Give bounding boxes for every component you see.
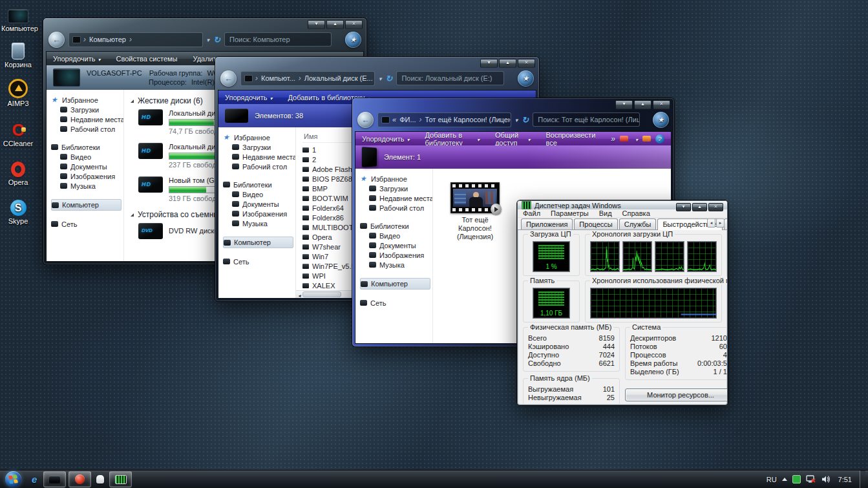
sidebar-item-libraries[interactable]: Библиотеки: [223, 180, 295, 189]
search-input[interactable]: Поиск: Компьютер: [224, 32, 332, 47]
sidebar-item-downloads[interactable]: Загрузки: [223, 142, 295, 152]
show-hidden-icons-button[interactable]: [782, 478, 787, 481]
resource-monitor-button[interactable]: Монитор ресурсов...: [625, 388, 728, 401]
refresh-icon[interactable]: [386, 74, 393, 83]
favorites-button[interactable]: [518, 70, 534, 87]
sidebar-item-downloads[interactable]: Загрузки: [360, 184, 432, 193]
scrollbar-thumb[interactable]: [302, 292, 341, 297]
search-input[interactable]: Поиск: Тот ещё Карлосон! (Лиценз...: [533, 112, 639, 127]
menu-view[interactable]: Вид: [599, 209, 612, 217]
tab-applications[interactable]: Приложения: [521, 218, 573, 229]
breadcrumb[interactable]: ФИ... Тот ещё Карлосон! (Лицень...: [377, 112, 511, 127]
breadcrumb[interactable]: Компьютер: [69, 32, 203, 47]
tab-scroll-left[interactable]: ◂: [707, 218, 715, 228]
menu-file[interactable]: Файл: [523, 209, 540, 217]
minimize-button[interactable]: [615, 100, 633, 109]
minimize-button[interactable]: [308, 20, 325, 29]
sidebar-item-pictures[interactable]: Изображения: [51, 171, 123, 181]
favorites-button[interactable]: [653, 112, 669, 128]
chevron-down-icon[interactable]: [379, 74, 382, 82]
sidebar-item-libraries[interactable]: Библиотеки: [360, 221, 432, 231]
desktop-icon-skype[interactable]: Skype: [1, 196, 35, 225]
maximize-button[interactable]: [634, 100, 651, 109]
start-button[interactable]: [5, 471, 21, 487]
sidebar-item-favorites[interactable]: Избранное: [360, 174, 432, 184]
sidebar-item-pictures[interactable]: Изображения: [223, 209, 295, 218]
sidebar-item-documents[interactable]: Документы: [223, 199, 295, 209]
close-button[interactable]: [653, 100, 670, 109]
organize-menu-button[interactable]: Упорядочить: [225, 94, 272, 101]
close-button[interactable]: [708, 203, 723, 211]
chevron-down-icon[interactable]: [515, 116, 518, 123]
close-button[interactable]: [345, 20, 363, 29]
tab-network[interactable]: Сеть: [724, 218, 728, 229]
sidebar-item-desktop[interactable]: Рабочий стол: [223, 162, 295, 171]
close-button[interactable]: [518, 59, 535, 68]
desktop-icon-aimp3[interactable]: AIMP3: [1, 79, 35, 107]
titlebar[interactable]: [43, 18, 366, 28]
show-desktop-button[interactable]: [860, 471, 865, 488]
sidebar-item-music[interactable]: Музыка: [51, 181, 123, 191]
maximize-button[interactable]: [326, 20, 344, 29]
burn-icon[interactable]: [642, 136, 651, 142]
sidebar-item-recent[interactable]: Недавние места: [51, 114, 123, 124]
back-button[interactable]: [48, 32, 65, 48]
explorer-taskbar-button[interactable]: [43, 471, 66, 487]
sidebar-item-video[interactable]: Видео: [223, 189, 295, 199]
scroll-left-arrow-icon[interactable]: [296, 291, 302, 299]
back-button[interactable]: [357, 112, 374, 128]
tab-services[interactable]: Службы: [619, 218, 657, 229]
play-all-button[interactable]: Воспроизвести все: [545, 131, 595, 147]
breadcrumb-overflow-icon[interactable]: [392, 116, 396, 123]
tray-app-icon[interactable]: [792, 475, 801, 483]
sidebar-item-desktop[interactable]: Рабочий стол: [51, 124, 123, 134]
network-status-icon[interactable]: [806, 475, 816, 483]
desktop-icon-ccleaner[interactable]: CCleaner: [1, 119, 35, 147]
sidebar-item-network[interactable]: Сеть: [223, 257, 295, 266]
sidebar-item-video[interactable]: Видео: [51, 152, 123, 162]
desktop-icon-recycle-bin[interactable]: Корзина: [1, 40, 35, 69]
sidebar-item-favorites[interactable]: Избранное: [51, 95, 123, 105]
maximize-button[interactable]: [692, 203, 707, 211]
minimize-button[interactable]: [676, 203, 691, 211]
sidebar-item-downloads[interactable]: Загрузки: [51, 105, 123, 114]
slideshow-icon[interactable]: [620, 136, 628, 142]
sidebar-item-computer[interactable]: Компьютер: [223, 237, 293, 248]
minimize-button[interactable]: [480, 59, 498, 68]
breadcrumb-segment[interactable]: Тот ещё Карлосон! (Лицень...: [425, 116, 511, 123]
refresh-icon[interactable]: [522, 115, 529, 125]
organize-menu-button[interactable]: Упорядочить: [362, 135, 409, 143]
sidebar-item-video[interactable]: Видео: [360, 231, 432, 240]
search-input[interactable]: Поиск: Локальный диск (Е:): [396, 71, 503, 85]
sidebar-item-computer[interactable]: Компьютер: [51, 199, 122, 211]
sidebar-item-documents[interactable]: Документы: [360, 240, 432, 250]
titlebar[interactable]: Диспетчер задач Windows: [518, 201, 727, 209]
titlebar[interactable]: [215, 57, 539, 67]
sidebar-item-pictures[interactable]: Изображения: [360, 250, 432, 260]
sidebar-item-computer[interactable]: Компьютер: [360, 278, 430, 290]
refresh-icon[interactable]: [213, 35, 220, 45]
sidebar-item-favorites[interactable]: Избранное: [223, 133, 295, 142]
sidebar-item-desktop[interactable]: Рабочий стол: [360, 203, 432, 213]
sidebar-item-music[interactable]: Музыка: [360, 260, 432, 270]
desktop-icon-opera[interactable]: Opera: [1, 158, 35, 186]
breadcrumb[interactable]: Компьют... Локальный диск (Е...: [240, 71, 375, 86]
help-icon[interactable]: [655, 134, 664, 143]
menu-help[interactable]: Справка: [622, 209, 650, 217]
desktop-icon-computer[interactable]: Компьютер: [1, 4, 35, 32]
sidebar-item-recent[interactable]: Недавние места: [223, 152, 295, 162]
tab-scroll-right[interactable]: ▸: [716, 218, 725, 228]
sidebar-item-network[interactable]: Сеть: [51, 219, 123, 229]
clock[interactable]: 7:51: [838, 476, 852, 483]
favorites-button[interactable]: [345, 32, 361, 48]
breadcrumb-segment[interactable]: ФИ...: [399, 116, 416, 123]
app-taskbar-button[interactable]: [69, 471, 91, 487]
dropdown-arrow-icon[interactable]: [633, 135, 638, 143]
task-manager-taskbar-button[interactable]: [109, 471, 132, 487]
sidebar-item-music[interactable]: Музыка: [223, 218, 295, 228]
volume-icon[interactable]: [821, 475, 831, 483]
sidebar-item-documents[interactable]: Документы: [51, 162, 123, 171]
back-button[interactable]: [220, 70, 237, 87]
breadcrumb-segment[interactable]: Компьютер: [89, 36, 126, 43]
menu-options[interactable]: Параметры: [551, 209, 589, 217]
